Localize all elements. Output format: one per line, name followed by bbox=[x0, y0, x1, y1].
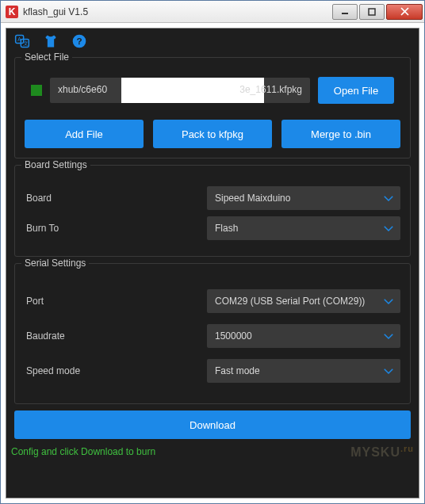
port-row: Port COM29 (USB Serial Port (COM29)) bbox=[25, 289, 400, 313]
chevron-down-icon bbox=[381, 191, 396, 205]
file-path-suffix: 3e_1611.kfpkg bbox=[239, 84, 302, 95]
close-button[interactable] bbox=[386, 4, 423, 20]
burnto-select[interactable]: Flash bbox=[207, 216, 400, 240]
board-label: Board bbox=[25, 193, 207, 204]
minimize-button[interactable] bbox=[332, 4, 358, 20]
open-file-button[interactable]: Open File bbox=[318, 77, 394, 104]
port-label: Port bbox=[25, 296, 207, 307]
baudrate-select[interactable]: 1500000 bbox=[207, 324, 400, 348]
help-icon[interactable]: ? bbox=[71, 33, 87, 49]
speedmode-label: Speed mode bbox=[25, 365, 207, 376]
board-select[interactable]: Sipeed Maixduino bbox=[207, 186, 400, 210]
pack-kfpkg-button[interactable]: Pack to kfpkg bbox=[153, 120, 272, 148]
file-path-prefix: xhub/c6e60 bbox=[58, 84, 107, 95]
add-file-button[interactable]: Add File bbox=[25, 120, 144, 148]
chevron-down-icon bbox=[381, 221, 396, 235]
board-row: Board Sipeed Maixduino bbox=[25, 186, 400, 210]
burnto-row: Burn To Flash bbox=[25, 216, 400, 240]
svg-text:A: A bbox=[17, 36, 21, 42]
shirt-icon[interactable] bbox=[43, 33, 59, 49]
watermark: MYSKU.ru bbox=[350, 444, 414, 460]
merge-bin-button[interactable]: Merge to .bin bbox=[281, 120, 400, 148]
file-indicator-icon bbox=[31, 85, 42, 96]
client-area: A文 ? Select File xhub/c6e60 3e_1611.kfpk… bbox=[6, 28, 419, 498]
window-title: kflash_gui V1.5 bbox=[23, 6, 331, 17]
svg-rect-1 bbox=[369, 9, 375, 15]
serial-settings-group: Serial Settings Port COM29 (USB Serial P… bbox=[14, 263, 411, 404]
window-controls bbox=[331, 4, 423, 20]
svg-text:?: ? bbox=[76, 36, 82, 46]
download-button[interactable]: Download bbox=[14, 410, 411, 439]
chevron-down-icon bbox=[381, 294, 396, 308]
select-file-group: Select File xhub/c6e60 3e_1611.kfpkg Ope… bbox=[14, 57, 411, 158]
baudrate-value: 1500000 bbox=[215, 330, 252, 342]
file-row: xhub/c6e60 3e_1611.kfpkg Open File bbox=[25, 72, 400, 109]
maximize-button[interactable] bbox=[359, 4, 385, 20]
titlebar[interactable]: kflash_gui V1.5 bbox=[1, 1, 424, 23]
burnto-value: Flash bbox=[215, 223, 238, 234]
file-buttons-row: Add File Pack to kfpkg Merge to .bin bbox=[25, 120, 400, 148]
status-bar: Config and click Download to burn MYSKU.… bbox=[6, 439, 419, 463]
port-select[interactable]: COM29 (USB Serial Port (COM29)) bbox=[207, 289, 400, 313]
speedmode-select[interactable]: Fast mode bbox=[207, 359, 400, 383]
baudrate-row: Baudrate 1500000 bbox=[25, 324, 400, 348]
svg-text:文: 文 bbox=[23, 40, 29, 46]
baudrate-label: Baudrate bbox=[25, 330, 207, 342]
speedmode-row: Speed mode Fast mode bbox=[25, 359, 400, 383]
board-value: Sipeed Maixduino bbox=[215, 193, 290, 204]
download-row: Download bbox=[6, 410, 419, 439]
file-path-input[interactable]: xhub/c6e60 3e_1611.kfpkg bbox=[50, 78, 310, 103]
window: kflash_gui V1.5 A文 ? Sel bbox=[0, 0, 425, 504]
chevron-down-icon bbox=[381, 364, 396, 378]
board-settings-group: Board Settings Board Sipeed Maixduino Bu… bbox=[14, 165, 411, 257]
status-text: Config and click Download to burn bbox=[11, 446, 155, 457]
serial-settings-legend: Serial Settings bbox=[21, 258, 89, 269]
board-settings-legend: Board Settings bbox=[21, 159, 90, 170]
burnto-label: Burn To bbox=[25, 223, 207, 234]
app-logo-icon bbox=[6, 6, 18, 18]
speedmode-value: Fast mode bbox=[215, 365, 260, 376]
select-file-legend: Select File bbox=[21, 52, 72, 63]
port-value: COM29 (USB Serial Port (COM29)) bbox=[215, 296, 365, 307]
chevron-down-icon bbox=[381, 329, 396, 343]
language-icon[interactable]: A文 bbox=[14, 33, 30, 49]
